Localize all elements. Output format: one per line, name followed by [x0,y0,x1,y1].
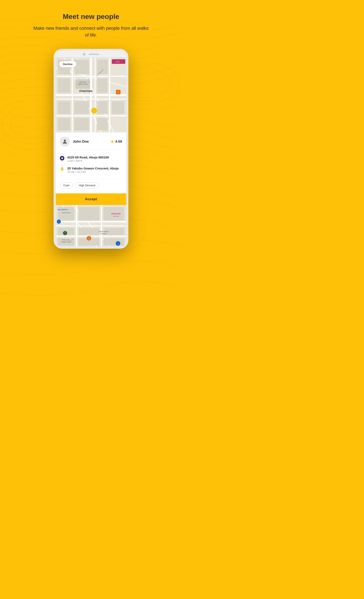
rider-info: John Doe [60,137,89,147]
svg-text:🍴: 🍴 [117,90,120,94]
svg-rect-59 [104,238,124,246]
svg-text:Capital Science: Capital Science [98,231,109,232]
hero-subtitle: Make new friends and connect with people… [33,25,149,38]
phone-speaker [89,54,99,55]
svg-rect-21 [97,60,108,74]
dropoff-text: 25 Yakubu Gowon Crescent, Abuja 20 min •… [67,167,119,173]
star-icon: ★ [110,139,114,144]
svg-text:🛒: 🛒 [58,220,60,223]
dropoff-item: 25 Yakubu Gowon Crescent, Abuja 20 min •… [60,165,122,176]
svg-text:Garinpa, Abuja: Garinpa, Abuja [61,241,71,243]
phone-frame: Gwarinpa Holy Cross Catholic Church † 1s… [54,49,128,249]
pickup-detail: 1 min • 500 ft [67,159,109,162]
high-demand-tag: High Demand [75,182,99,188]
pickup-text: 4225 69 Road, Abuja 900108 1 min • 500 f… [67,156,109,162]
svg-text:SUNCOUR: SUNCOUR [111,213,121,215]
rating: ★ 4.68 [110,139,122,144]
phone-camera [83,53,85,55]
svg-rect-24 [58,101,70,114]
svg-point-39 [91,108,97,114]
svg-point-42 [64,140,66,141]
bottom-map: Zenith Bank 13Rd 📍 🛒 🍴 SUNCOUR At Home [56,205,126,247]
tags-row: Cash High Demand [60,182,122,188]
svg-rect-52 [78,207,99,220]
svg-text:📍: 📍 [64,232,67,235]
accept-button[interactable]: Accept [56,193,126,205]
pickup-address: 4225 69 Road, Abuja 900108 [67,156,109,159]
svg-text:Holy Cross: Holy Cross [79,81,87,83]
svg-rect-55 [78,228,99,235]
map-area: Gwarinpa Holy Cross Catholic Church † 1s… [56,58,126,132]
svg-rect-28 [58,118,70,130]
hero-title: Meet new people [63,12,119,21]
dropoff-detail: 20 min • 16.2 km [67,170,119,173]
svg-rect-26 [97,101,108,114]
svg-rect-22 [58,78,70,93]
svg-rect-23 [97,78,108,93]
rider-name: John Doe [73,140,89,144]
svg-rect-29 [74,118,89,130]
svg-text:Academy: Academy [100,233,107,235]
svg-text:Fitness Gym,: Fitness Gym, [62,239,70,241]
cash-tag: Cash [60,182,73,188]
ride-card: John Doe ★ 4.68 4225 69 Road, Abuja [56,132,126,193]
svg-rect-20 [74,60,89,74]
svg-text:†: † [88,80,90,84]
decline-button[interactable]: Decline [59,61,77,67]
dropoff-icon [60,167,64,172]
phone-mockup: Gwarinpa Holy Cross Catholic Church † 1s… [52,49,130,249]
svg-text:🍴: 🍴 [88,237,90,240]
svg-text:& A...: & A... [116,61,121,62]
avatar [60,137,70,147]
dropoff-address: 25 Yakubu Gowon Crescent, Abuja [67,167,119,170]
pickup-item: 4225 69 Road, Abuja 900108 1 min • 500 f… [60,153,122,165]
rating-value: 4.68 [115,140,122,144]
svg-rect-27 [112,101,124,114]
svg-text:At Home: At Home [113,216,119,217]
svg-text:Gwarinpa: Gwarinpa [79,89,92,93]
svg-text:Zenith Bank: Zenith Bank [62,212,71,214]
route-section: 4225 69 Road, Abuja 900108 1 min • 500 f… [60,153,122,179]
svg-rect-25 [74,101,89,114]
svg-rect-30 [97,118,108,130]
pickup-icon [60,156,64,160]
svg-text:EN CAPITOL: EN CAPITOL [58,209,68,211]
rider-row: John Doe ★ 4.68 [60,137,122,150]
phone-notch [56,51,126,58]
svg-text:Catholic Church: Catholic Church [78,83,88,85]
